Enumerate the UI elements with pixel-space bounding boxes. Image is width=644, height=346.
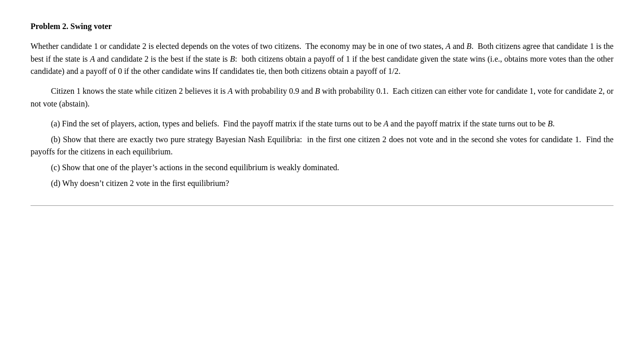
paragraph-1: Whether candidate 1 or candidate 2 is el… [31, 40, 613, 78]
part-b: (b) Show that there are exactly two pure… [31, 134, 613, 159]
part-d: (d) Why doesn’t citizen 2 vote in the fi… [31, 177, 613, 190]
problem-container: Problem 2. Swing voter Whether candidate… [31, 20, 613, 190]
problem-title: Problem 2. Swing voter [31, 20, 613, 33]
paragraph-2: Citizen 1 knows the state while citizen … [31, 85, 613, 111]
bottom-divider [31, 205, 613, 206]
part-c: (c) Show that one of the player’s action… [31, 162, 613, 174]
part-a: (a) Find the set of players, action, typ… [31, 118, 613, 130]
